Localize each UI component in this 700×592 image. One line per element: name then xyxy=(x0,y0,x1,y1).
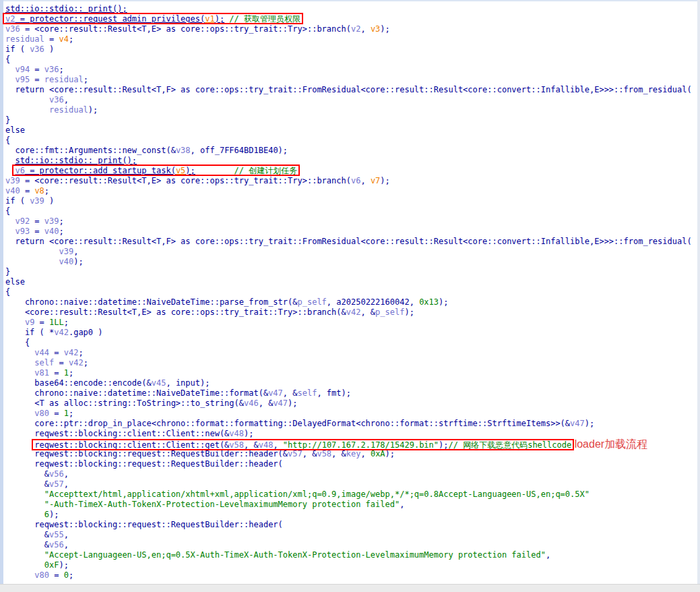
code-text: 1LL xyxy=(49,318,64,327)
local-variable: v2 xyxy=(351,24,360,34)
code-text: = xyxy=(54,358,69,367)
code-text: "-Auth-TimeX-Auth-TokenX-Protection-Leve… xyxy=(44,500,400,509)
code-text: 0xF xyxy=(44,560,59,570)
code-line: chrono::naive::datetime::NaiveDateTime::… xyxy=(5,388,698,398)
local-variable: v55 xyxy=(49,530,64,539)
code-text: , xyxy=(73,247,78,256)
window-border-bottom xyxy=(0,584,700,592)
code-text: , input); xyxy=(166,378,210,388)
code-text: = xyxy=(30,227,44,236)
code-line: reqwest::blocking::request::RequestBuild… xyxy=(5,520,698,530)
code-text: std::io::stdio:: print(); xyxy=(15,156,137,165)
comment: // 创建计划任务 xyxy=(234,166,298,175)
code-text: <core::result::Result<T,E> as core::ops:… xyxy=(5,307,346,317)
code-text: 0xA xyxy=(371,449,385,458)
code-text: ) xyxy=(44,45,54,54)
code-text: , xyxy=(273,440,282,450)
local-variable: v45 xyxy=(152,378,166,388)
local-variable: v93 xyxy=(15,227,30,236)
window-border-left xyxy=(0,0,3,584)
code-text: 1 xyxy=(64,409,69,418)
code-line: self = v42; xyxy=(5,358,698,368)
code-line: { xyxy=(5,206,698,216)
local-variable: v42 xyxy=(69,358,84,367)
code-line: if ( *v42.gap0 ) xyxy=(5,328,698,338)
code-text xyxy=(5,570,34,580)
highlight-box: v6 = protector::add_startup_task(v5); //… xyxy=(15,166,297,175)
code-text: , fmt); xyxy=(317,388,351,398)
code-line: v2 = protector::request_admin_privileges… xyxy=(5,14,698,24)
code-text xyxy=(5,95,49,105)
code-text: ); xyxy=(185,166,195,175)
code-text: = xyxy=(49,368,64,378)
code-line: core::ptr::drop_in_place<chrono::format:… xyxy=(5,419,698,429)
code-text: reqwest::blocking::request::RequestBuild… xyxy=(5,520,283,529)
code-text: ; xyxy=(84,75,88,84)
code-text: ; xyxy=(69,368,73,378)
code-text: ); xyxy=(288,398,297,408)
annotation-text: loader加载流程 xyxy=(571,438,647,450)
code-text: ); xyxy=(380,176,389,185)
code-text: if ( xyxy=(5,45,30,54)
comment: // 网络下载恶意代码shellcode xyxy=(449,440,572,450)
code-text: = xyxy=(44,34,59,44)
code-text: , & xyxy=(331,449,346,458)
code-text: return <core::result::Result<T,F> as cor… xyxy=(5,85,692,94)
local-variable: v39 xyxy=(5,176,20,185)
code-text: reqwest::blocking::client::Client::new(& xyxy=(5,429,229,438)
local-variable: v36 xyxy=(49,95,64,105)
code-line: "Accepttext/html,application/xhtml+xml,a… xyxy=(5,490,698,500)
code-line: if ( v39 ) xyxy=(5,196,698,206)
uninitialized-variable: v5 xyxy=(176,166,185,175)
code-line: <T as alloc::string::ToString>::to_strin… xyxy=(5,398,698,409)
code-line: residual); xyxy=(5,105,698,115)
local-variable: v6 xyxy=(15,166,24,175)
local-variable: v80 xyxy=(34,570,49,580)
code-text: , a20250222160042, xyxy=(327,297,419,307)
local-variable: p_self xyxy=(375,307,404,317)
code-line: v39, xyxy=(5,247,698,257)
code-text: "Accepttext/html,application/xhtml+xml,a… xyxy=(44,490,590,499)
local-variable: v39 xyxy=(59,247,73,256)
code-line: <core::result::Result<T,E> as core::ops:… xyxy=(5,307,698,318)
local-variable: v2 xyxy=(5,14,15,24)
code-text: "Accept-Languageen-US,en;q=0.5X-Auth-Tim… xyxy=(44,550,546,560)
hexrays-pseudocode-pane[interactable]: std::io::stdio:: print();v2 = protector:… xyxy=(5,4,698,581)
code-line: std::io::stdio:: print(); xyxy=(5,156,698,166)
local-variable: v36 xyxy=(44,65,59,74)
code-text xyxy=(5,440,34,450)
code-text: else xyxy=(5,125,25,135)
code-text: & xyxy=(5,469,49,479)
code-line: chrono::naive::datetime::NaiveDateTime::… xyxy=(5,297,698,307)
code-text: = xyxy=(49,348,64,357)
code-text: 0 xyxy=(64,570,69,580)
code-text xyxy=(5,227,15,236)
code-line: reqwest::blocking::client::Client::get(&… xyxy=(5,439,698,449)
local-variable: v39 xyxy=(30,196,44,206)
code-text: ); xyxy=(439,297,448,307)
code-text: = protector::add_startup_task( xyxy=(25,166,176,175)
code-text xyxy=(5,65,15,74)
code-text: chrono::naive::datetime::NaiveDateTime::… xyxy=(5,297,297,307)
code-text: <T as alloc::string::ToString>::to_strin… xyxy=(5,398,244,408)
highlight-box: v2 = protector::request_admin_privileges… xyxy=(5,14,300,24)
local-variable: key xyxy=(346,449,361,458)
local-variable: v80 xyxy=(34,409,49,418)
code-text: ); xyxy=(439,440,448,450)
local-variable: v56 xyxy=(49,469,64,479)
code-text: = xyxy=(49,570,64,580)
local-variable: v38 xyxy=(176,146,191,155)
uninitialized-variable: v7 xyxy=(371,176,380,185)
local-variable: v47 xyxy=(273,398,288,408)
code-line: reqwest::blocking::client::Client::new(&… xyxy=(5,429,698,439)
uninitialized-variable: v8 xyxy=(34,186,44,196)
code-text: reqwest::blocking::request::RequestBuild… xyxy=(5,459,283,469)
code-text: , xyxy=(64,530,69,539)
code-text: reqwest::blocking::client::Client::get(& xyxy=(34,440,229,450)
code-line: base64::encode::encode(&v45, input); xyxy=(5,378,698,388)
code-text: , xyxy=(546,550,550,560)
code-line: v80 = 1; xyxy=(5,409,698,419)
local-variable: v42 xyxy=(346,307,361,317)
code-text: ; xyxy=(59,65,64,74)
code-text: , & xyxy=(259,398,274,408)
